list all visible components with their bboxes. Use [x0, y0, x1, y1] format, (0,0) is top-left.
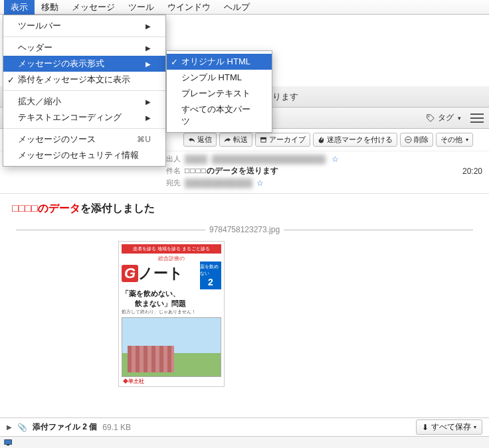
attachments-bar: ▶ 📎 添付ファイル 2 個 69.1 KB ⬇すべて保存▾: [0, 417, 489, 436]
reply-icon: [188, 136, 195, 143]
menu-zoom[interactable]: 拡大／縮小▶: [3, 94, 165, 110]
cover-headline: 「薬を飲めない、飲まない」問題: [122, 289, 221, 309]
menu-window[interactable]: ウインドウ: [161, 0, 217, 15]
view-menu-dropdown: ツールバー▶ ヘッダー▶ メッセージの表示形式▶ 添付をメッセージ本文に表示 拡…: [3, 15, 166, 167]
save-all-button[interactable]: ⬇すべて保存▾: [416, 419, 482, 435]
menu-toolbar[interactable]: ツールバー▶: [3, 18, 165, 34]
attachment-filename: 9784758123273.jpg: [209, 225, 280, 234]
message-format-submenu: オリジナル HTML シンプル HTML プレーンテキスト すべての本文パーツ: [166, 50, 272, 133]
svg-rect-5: [5, 439, 12, 444]
format-original-html[interactable]: オリジナル HTML: [167, 54, 272, 70]
format-all-body-parts[interactable]: すべての本文パーツ: [167, 102, 272, 129]
menubar: 表示 移動 メッセージ ツール ウインドウ ヘルプ: [0, 0, 489, 15]
star-icon[interactable]: ☆: [256, 179, 264, 188]
delete-button[interactable]: 削除: [400, 133, 433, 147]
menu-go[interactable]: 移動: [35, 0, 65, 15]
body-title: □□□□のデータを添付しました: [12, 202, 477, 216]
subject-value: □□□□のデータを送ります: [185, 165, 278, 177]
svg-rect-3: [261, 139, 266, 143]
to-value: ████████████: [185, 179, 252, 188]
menu-icon[interactable]: [470, 113, 484, 123]
archive-button[interactable]: アーカイブ: [255, 133, 310, 147]
forward-button[interactable]: 転送: [219, 133, 252, 147]
junk-button[interactable]: 迷惑マークを付ける: [313, 133, 397, 147]
other-button[interactable]: その他▾: [436, 133, 473, 147]
forward-icon: [224, 136, 231, 143]
menu-help[interactable]: ヘルプ: [217, 0, 256, 15]
cover-illustration: [122, 317, 221, 377]
cover-banner: 患者を診る 地域を診る まるごと診る: [122, 244, 221, 254]
attachment-preview[interactable]: 患者を診る 地域を診る まるごと診る 総合診療の Gノート 薬を飲めない2 「薬…: [118, 241, 225, 387]
menu-show-attachments-inline[interactable]: 添付をメッセージ本文に表示: [3, 72, 165, 88]
status-bar: [0, 436, 489, 448]
cover-small: 処方して終わり、じゃありません！: [122, 309, 221, 315]
attachments-size: 69.1 KB: [102, 423, 131, 432]
star-icon[interactable]: ☆: [332, 155, 339, 164]
menu-message-format[interactable]: メッセージの表示形式▶: [3, 56, 165, 72]
svg-rect-6: [7, 444, 9, 445]
from-value: ████ ‹████████████████████›: [185, 155, 328, 164]
message-body: □□□□のデータを添付しました 9784758123273.jpg 患者を診る …: [0, 193, 489, 445]
to-label: 宛先: [147, 178, 181, 188]
menu-text-encoding[interactable]: テキストエンコーディング▶: [3, 110, 165, 125]
flame-icon: [318, 136, 325, 143]
expand-icon[interactable]: ▶: [7, 423, 12, 431]
menu-message[interactable]: メッセージ: [65, 0, 122, 15]
cover-issue: 薬を飲めない2: [200, 261, 221, 289]
menu-view[interactable]: 表示: [4, 0, 35, 15]
message-time: 20:20: [462, 167, 482, 176]
menu-tools[interactable]: ツール: [122, 0, 161, 15]
tag-button[interactable]: タグ▾: [422, 111, 465, 125]
monitor-icon: [4, 439, 13, 447]
menu-message-source[interactable]: メッセージのソース⌘U: [3, 131, 165, 147]
delete-icon: [405, 136, 412, 143]
subject-label: 件名: [147, 166, 181, 176]
menu-header[interactable]: ヘッダー▶: [3, 40, 165, 56]
reply-button[interactable]: 返信: [183, 133, 217, 147]
svg-point-1: [429, 115, 430, 117]
paperclip-icon: 📎: [17, 423, 27, 432]
format-simple-html[interactable]: シンプル HTML: [167, 70, 272, 86]
archive-icon: [260, 136, 267, 143]
cover-publisher: ◆羊土社: [123, 378, 144, 385]
menu-message-security[interactable]: メッセージのセキュリティ情報: [3, 147, 165, 163]
attachments-label: 添付ファイル 2 個: [33, 421, 97, 433]
tag-icon: [426, 113, 435, 123]
attachment-divider: 9784758123273.jpg: [12, 225, 477, 234]
format-plain-text[interactable]: プレーンテキスト: [167, 86, 272, 102]
